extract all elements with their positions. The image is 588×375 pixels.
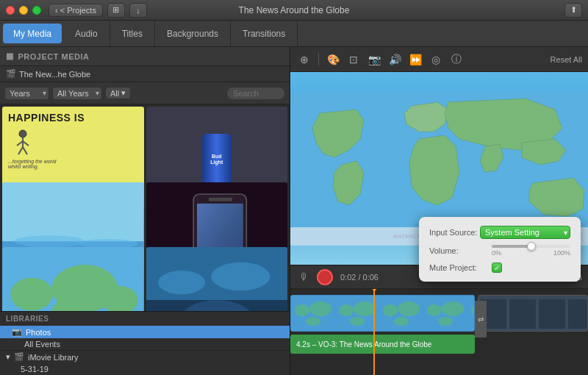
sidebar-item-photos[interactable]: 📷 Photos (0, 326, 290, 338)
sort-select-wrapper[interactable]: Years Months Days (4, 87, 49, 100)
happiness-figure-icon (8, 126, 37, 156)
right-panel: ⊕ 🎨 ⊡ 📷 🔊 ⏩ ◎ ⓘ Reset All (290, 47, 588, 375)
volume-max-label: 100% (553, 249, 570, 257)
transition-arrows-icon: ⇄ (478, 315, 484, 324)
volume-min-label: 0% (492, 249, 501, 257)
input-source-select[interactable]: System Setting Built-in Microphone None (480, 226, 570, 239)
svg-line-4 (18, 147, 23, 154)
mute-project-checkbox[interactable]: ✓ (492, 262, 502, 273)
year-select-wrapper[interactable]: All Years 2019 2018 (52, 87, 102, 100)
playhead[interactable] (373, 289, 375, 375)
svg-rect-14 (209, 198, 232, 201)
svg-point-8 (14, 236, 85, 248)
input-source-select-wrapper[interactable]: System Setting Built-in Microphone None (480, 226, 570, 239)
svg-rect-31 (291, 296, 474, 331)
project-media-header: ▦ PROJECT MEDIA (0, 47, 290, 66)
video-waveform (291, 296, 474, 331)
chevron-left-icon: ‹ (55, 6, 58, 15)
tab-titles[interactable]: Titles (110, 21, 155, 46)
sidebar-item-imovie-library[interactable]: ▾ 🎬 iMovie Library (0, 351, 290, 363)
volume-slider[interactable] (492, 245, 570, 248)
project-name-row: 🎬 The New...he Globe (0, 66, 290, 82)
list-item[interactable] (2, 247, 144, 311)
chevron-down-icon: ▾ (6, 352, 10, 362)
viewer-toolbar: ⊕ 🎨 ⊡ 📷 🔊 ⏩ ◎ ⓘ Reset All (290, 47, 588, 72)
traffic-lights (6, 6, 41, 15)
divider (318, 53, 319, 66)
speed-icon[interactable]: ⏩ (407, 51, 423, 68)
can-image: BudLight (202, 134, 232, 185)
film-icon: 🎬 (6, 69, 16, 79)
filter-bar: Years Months Days All Years 2019 2018 Al… (0, 82, 290, 104)
crop-icon[interactable]: ⊕ (296, 51, 312, 68)
secondary-waveform (478, 296, 587, 331)
tab-audio[interactable]: Audio (63, 21, 110, 46)
input-source-label: Input Source: (429, 228, 480, 237)
sidebar-item-date[interactable]: 5-31-19 (0, 363, 290, 375)
audio-settings-popup: Input Source: System Setting Built-in Mi… (419, 217, 581, 282)
happiness-title: HAPPINESS IS (8, 113, 85, 124)
volume-slider-container: 0% 100% (492, 245, 570, 257)
info-icon[interactable]: ⓘ (448, 51, 465, 68)
volume-slider-labels: 0% 100% (492, 249, 570, 257)
underwater-image (146, 247, 288, 311)
color-icon[interactable]: 🎨 (325, 51, 341, 68)
search-input[interactable] (226, 87, 285, 100)
sort-select[interactable]: Years Months Days (4, 87, 49, 100)
map-mini-image (2, 247, 144, 311)
video-segment-secondary[interactable] (478, 295, 588, 332)
media-grid: HAPPINESS IS ...forgetting the worldwhil… (0, 104, 290, 311)
grid-icon: ▦ (6, 51, 14, 61)
tab-backgrounds[interactable]: Backgrounds (155, 21, 231, 46)
main-video-track[interactable]: ⇄ (290, 295, 588, 332)
svg-point-24 (158, 271, 205, 294)
svg-point-25 (211, 262, 270, 291)
main-toolbar: My Media Audio Titles Backgrounds Transi… (0, 21, 588, 47)
timecode-display: 0:02 / 0:06 (340, 273, 379, 282)
left-panel: ▦ PROJECT MEDIA 🎬 The New...he Globe Yea… (0, 47, 290, 375)
mute-project-label: Mute Project: (429, 263, 492, 272)
close-button[interactable] (6, 6, 15, 15)
year-select[interactable]: All Years 2019 2018 (52, 87, 102, 100)
microphone-button[interactable]: 🎙 (296, 269, 312, 285)
maximize-button[interactable] (32, 6, 41, 15)
photos-icon: 📷 (12, 327, 22, 337)
svg-point-16 (10, 277, 53, 310)
audio-track-label: 4.2s – VO-3: The News Around the Globe (296, 340, 431, 349)
tab-my-media[interactable]: My Media (3, 24, 62, 43)
tab-transitions[interactable]: Transitions (231, 21, 298, 46)
reset-all-button[interactable]: Reset All (551, 55, 582, 64)
minimize-button[interactable] (19, 6, 28, 15)
timeline-tracks[interactable]: ⇄ (290, 289, 588, 375)
share-button[interactable]: ⬆ (564, 3, 582, 18)
volume-icon[interactable]: 🔊 (387, 51, 403, 68)
all-filter-badge[interactable]: All ▾ (105, 87, 131, 99)
back-projects-button[interactable]: ‹ < Projects (49, 4, 103, 17)
svg-rect-37 (478, 296, 587, 331)
media-tabs: My Media Audio Titles Backgrounds Transi… (0, 21, 298, 46)
stabilize-icon[interactable]: ◎ (428, 51, 444, 68)
svg-line-5 (23, 147, 27, 154)
volume-label: Volume: (429, 246, 492, 255)
crop-tool-icon[interactable]: ⊡ (345, 51, 362, 68)
clip-list-button[interactable]: ⊞ (107, 3, 125, 18)
svg-line-3 (23, 141, 29, 146)
svg-point-0 (19, 130, 26, 138)
video-segment-main[interactable] (290, 295, 475, 332)
camera-icon[interactable]: 📷 (366, 51, 382, 68)
window-title: The News Around the Globe (239, 5, 350, 15)
input-source-row: Input Source: System Setting Built-in Mi… (429, 226, 570, 239)
happiness-caption: ...forgetting the worldwhilst writing. (8, 159, 56, 169)
sidebar-item-all-events[interactable]: All Events (0, 338, 290, 350)
list-item[interactable] (146, 247, 288, 311)
chevron-down-icon: ▾ (121, 88, 126, 98)
libraries-section: LIBRARIES 📷 Photos All Events ▾ 🎬 iMovie… (0, 311, 290, 375)
main-content: ▦ PROJECT MEDIA 🎬 The New...he Globe Yea… (0, 47, 588, 375)
svg-line-2 (17, 141, 23, 146)
libraries-header: LIBRARIES (0, 312, 290, 326)
nav-back-button[interactable]: ↓ (129, 3, 147, 18)
titlebar: ‹ < Projects ⊞ ↓ The News Around the Glo… (0, 0, 588, 21)
record-button[interactable] (317, 269, 333, 285)
audio-track[interactable]: 4.2s – VO-3: The News Around the Globe (290, 335, 475, 354)
transition-indicator[interactable]: ⇄ (475, 301, 487, 338)
